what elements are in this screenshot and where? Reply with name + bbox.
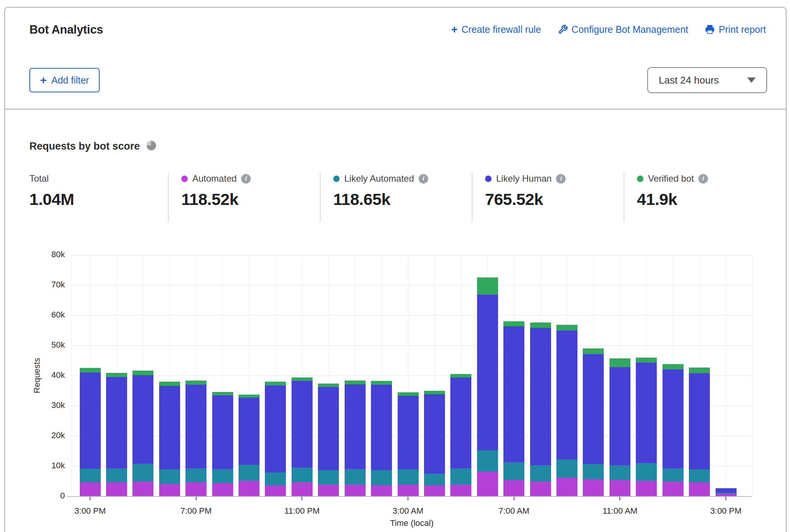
chart-bar[interactable] — [530, 322, 551, 496]
chart-bar[interactable] — [398, 392, 419, 496]
bar-segment-likely-human[interactable] — [450, 377, 471, 468]
bar-segment-likely-automated[interactable] — [265, 472, 286, 485]
chart-bar[interactable] — [185, 380, 206, 496]
chart-bar[interactable] — [477, 277, 498, 496]
bar-segment-verified-bot[interactable] — [583, 348, 604, 354]
bar-segment-automated[interactable] — [716, 494, 737, 496]
bar-segment-likely-automated[interactable] — [556, 459, 577, 478]
bar-segment-verified-bot[interactable] — [318, 384, 339, 387]
bar-segment-verified-bot[interactable] — [609, 358, 630, 367]
bar-segment-verified-bot[interactable] — [106, 373, 127, 377]
bar-segment-verified-bot[interactable] — [398, 392, 419, 396]
bar-segment-automated[interactable] — [556, 478, 577, 496]
bar-segment-automated[interactable] — [450, 484, 471, 496]
print-report-link[interactable]: Print report — [705, 24, 766, 35]
bar-segment-likely-human[interactable] — [477, 295, 498, 450]
bar-segment-verified-bot[interactable] — [689, 368, 710, 373]
bar-segment-verified-bot[interactable] — [132, 371, 153, 375]
chart-bar[interactable] — [556, 325, 577, 496]
bar-segment-likely-human[interactable] — [583, 354, 604, 464]
bar-segment-likely-human[interactable] — [424, 394, 445, 474]
bar-segment-likely-human[interactable] — [371, 385, 392, 470]
bar-segment-likely-human[interactable] — [345, 384, 366, 469]
bar-segment-likely-automated[interactable] — [663, 468, 684, 482]
bar-segment-likely-automated[interactable] — [609, 465, 630, 480]
bar-segment-likely-human[interactable] — [132, 375, 153, 463]
bar-segment-likely-automated[interactable] — [159, 469, 180, 484]
bar-segment-likely-human[interactable] — [689, 373, 710, 469]
bar-segment-verified-bot[interactable] — [477, 277, 498, 295]
bar-segment-automated[interactable] — [80, 482, 101, 496]
info-icon[interactable]: i — [419, 174, 428, 184]
bar-segment-verified-bot[interactable] — [265, 382, 286, 385]
bar-segment-likely-automated[interactable] — [132, 464, 153, 482]
bar-segment-likely-human[interactable] — [292, 381, 313, 468]
bar-segment-likely-automated[interactable] — [292, 468, 313, 482]
bar-segment-likely-automated[interactable] — [503, 462, 524, 480]
chart-bar[interactable] — [663, 364, 684, 496]
bar-segment-verified-bot[interactable] — [716, 488, 737, 488]
bar-segment-verified-bot[interactable] — [185, 380, 206, 384]
chart-bar[interactable] — [424, 391, 445, 496]
chart-bar[interactable] — [265, 382, 286, 496]
time-range-select[interactable]: Last 24 hours — [647, 67, 767, 93]
bar-segment-likely-automated[interactable] — [716, 493, 737, 494]
info-icon[interactable]: i — [556, 174, 566, 184]
bar-segment-verified-bot[interactable] — [212, 392, 233, 395]
bar-segment-automated[interactable] — [159, 484, 180, 496]
bar-segment-likely-automated[interactable] — [106, 468, 127, 482]
bar-segment-verified-bot[interactable] — [292, 377, 313, 381]
bar-segment-verified-bot[interactable] — [371, 381, 392, 384]
bar-segment-automated[interactable] — [212, 483, 233, 496]
bar-segment-automated[interactable] — [106, 482, 127, 496]
bar-segment-likely-automated[interactable] — [477, 450, 498, 471]
bar-segment-likely-human[interactable] — [185, 385, 206, 469]
bar-segment-likely-human[interactable] — [80, 372, 101, 469]
bar-segment-automated[interactable] — [689, 482, 710, 496]
bar-segment-automated[interactable] — [185, 482, 206, 496]
bar-segment-likely-human[interactable] — [212, 395, 233, 469]
bar-segment-verified-bot[interactable] — [503, 321, 524, 326]
bar-segment-likely-automated[interactable] — [80, 469, 101, 482]
bar-segment-likely-automated[interactable] — [530, 465, 551, 481]
bar-segment-verified-bot[interactable] — [663, 364, 684, 369]
bar-segment-automated[interactable] — [530, 481, 551, 496]
bar-segment-automated[interactable] — [503, 480, 524, 496]
bar-segment-likely-automated[interactable] — [239, 465, 260, 480]
bar-segment-verified-bot[interactable] — [556, 325, 577, 330]
bar-segment-likely-automated[interactable] — [636, 463, 657, 480]
bar-segment-likely-human[interactable] — [609, 367, 630, 466]
bar-segment-likely-automated[interactable] — [583, 464, 604, 479]
bar-segment-automated[interactable] — [318, 484, 339, 496]
configure-bot-management-link[interactable]: Configure Bot Management — [558, 24, 688, 35]
bar-segment-likely-automated[interactable] — [212, 469, 233, 483]
info-icon[interactable]: i — [241, 174, 251, 184]
chart-bar[interactable] — [159, 382, 180, 496]
bar-segment-likely-human[interactable] — [556, 330, 577, 459]
chart-bar[interactable] — [292, 377, 313, 496]
bar-segment-likely-automated[interactable] — [398, 469, 419, 485]
chart-bar[interactable] — [318, 384, 339, 496]
add-filter-button[interactable]: + Add filter — [29, 68, 100, 92]
create-firewall-rule-link[interactable]: + Create firewall rule — [451, 24, 541, 35]
bar-segment-automated[interactable] — [132, 482, 153, 496]
bar-segment-likely-human[interactable] — [159, 386, 180, 469]
bar-segment-likely-human[interactable] — [106, 377, 127, 468]
chart-bar[interactable] — [106, 373, 127, 496]
chart-bar[interactable] — [636, 358, 657, 496]
bar-segment-likely-human[interactable] — [636, 363, 657, 463]
bar-segment-verified-bot[interactable] — [239, 395, 260, 398]
chart-bar[interactable] — [609, 358, 630, 496]
bar-segment-verified-bot[interactable] — [80, 368, 101, 372]
bar-segment-automated[interactable] — [398, 485, 419, 496]
bar-segment-likely-human[interactable] — [530, 328, 551, 465]
bar-segment-likely-human[interactable] — [503, 326, 524, 462]
bar-segment-likely-automated[interactable] — [689, 469, 710, 482]
bar-segment-likely-automated[interactable] — [185, 468, 206, 482]
bar-segment-likely-human[interactable] — [663, 369, 684, 468]
bar-segment-automated[interactable] — [265, 485, 286, 496]
chart-bar[interactable] — [80, 368, 101, 496]
bar-segment-automated[interactable] — [345, 484, 366, 496]
chart-bar[interactable] — [450, 374, 471, 496]
bar-segment-automated[interactable] — [371, 485, 392, 496]
